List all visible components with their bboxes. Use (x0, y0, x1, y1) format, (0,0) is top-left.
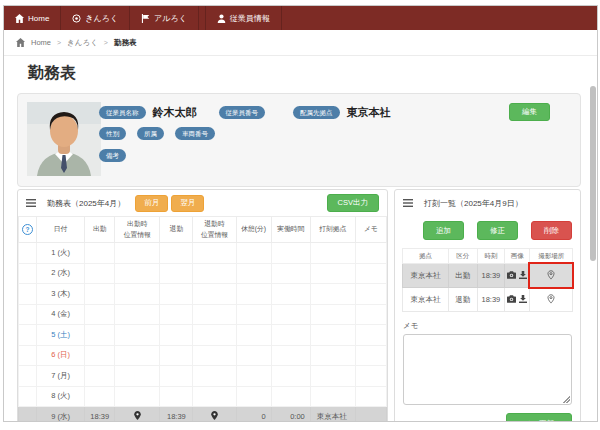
break-minutes-cell (236, 325, 271, 346)
clock-in-location-cell (115, 407, 160, 423)
clock-in-cell (85, 243, 115, 264)
stamp-row[interactable]: 東京本社退勤18:39 (403, 288, 573, 312)
menu-icon[interactable] (26, 199, 36, 207)
clock-out-cell (160, 386, 193, 407)
date-cell: 7 (月) (37, 366, 85, 387)
camera-icon[interactable] (507, 271, 516, 281)
stamp-branch-cell (310, 304, 355, 325)
fix-stamp-button[interactable]: 修正 (477, 221, 518, 240)
memo-cell (355, 304, 386, 325)
next-month-button[interactable]: 翌月 (171, 195, 204, 212)
stamp-branch-cell (310, 386, 355, 407)
top-navbar: Home きんろく アルろく 従業員情報 (4, 6, 597, 30)
scrollbar-thumb[interactable] (590, 86, 596, 261)
timesheet-header-row: ? 日付 出勤 出勤時 位置情報 退勤 退勤時 位置情報 休憩(分) 実働時間 … (19, 217, 387, 243)
row-help-cell (19, 325, 37, 346)
nav-item-label: アルろく (154, 13, 187, 24)
date-cell: 9 (水) (37, 407, 85, 423)
timesheet-row[interactable]: 5 (土) (19, 325, 387, 346)
timesheet-row[interactable]: 1 (火) (19, 243, 387, 264)
download-icon[interactable] (519, 271, 527, 281)
break-minutes-cell (236, 345, 271, 366)
timesheet-row[interactable]: 2 (水) (19, 263, 387, 284)
memo-textarea[interactable] (403, 334, 572, 405)
clock-out-cell (160, 304, 193, 325)
date-cell: 4 (金) (37, 304, 85, 325)
nav-item-employee-info[interactable]: 従業員情報 (205, 6, 282, 30)
date-column-header: 日付 (37, 217, 85, 243)
stamp-branch-cell: 東京本社 (403, 264, 449, 288)
branch-label-badge: 配属先拠点 (293, 106, 340, 119)
csv-export-button[interactable]: CSV出力 (327, 194, 379, 212)
stamp-panel-header: 打刻一覧（2025年4月9日） (395, 190, 580, 216)
clock-in-location-cell (115, 263, 160, 284)
timesheet-row[interactable]: 7 (月) (19, 366, 387, 387)
stamp-branch-cell (310, 243, 355, 264)
menu-icon[interactable] (403, 199, 413, 207)
timesheet-row[interactable]: 6 (日) (19, 345, 387, 366)
stamp-branch-cell (310, 345, 355, 366)
stamp-header-row: 拠点 区分 時刻 画像 撮影場所 (403, 249, 573, 264)
memo-cell (355, 345, 386, 366)
breadcrumb-item-home[interactable]: Home (31, 38, 51, 47)
clock-out-location-cell (193, 366, 236, 387)
timesheet-row[interactable]: 3 (木) (19, 284, 387, 305)
nav-item-home[interactable]: Home (4, 6, 61, 30)
employee-branch-value: 東京本社 (347, 105, 391, 120)
help-icon[interactable]: ? (22, 224, 33, 235)
clock-out-location-cell (193, 325, 236, 346)
break-minutes-cell (236, 386, 271, 407)
stamp-branch-cell (310, 366, 355, 387)
break-minutes-cell (236, 243, 271, 264)
actual-hours-cell (271, 325, 310, 346)
photo-location-cell[interactable] (530, 264, 573, 288)
nav-item-aruroku[interactable]: アルろく (130, 6, 199, 30)
department-label-badge: 所属 (137, 127, 164, 140)
record-icon (72, 14, 81, 23)
download-icon[interactable] (519, 295, 527, 305)
nav-item-label: 従業員情報 (230, 13, 270, 24)
gender-label-badge: 性別 (99, 127, 126, 140)
photo-location-pin-icon[interactable] (547, 273, 555, 282)
break-minutes-cell (236, 366, 271, 387)
location-pin-icon[interactable] (134, 413, 141, 422)
edit-button[interactable]: 編集 (509, 103, 550, 121)
breadcrumb-item-kinroku[interactable]: きんろく (67, 38, 98, 48)
stamp-list-panel: 打刻一覧（2025年4月9日） 追加 修正 削除 拠点 区分 時刻 画像 撮影場… (394, 189, 581, 422)
timesheet-panel: 勤務表（2025年4月） 前月 翌月 CSV出力 ? 日付 出勤 出勤時 位置情… (17, 189, 388, 422)
delete-stamp-button[interactable]: 削除 (531, 221, 572, 240)
nav-item-kinroku[interactable]: きんろく (61, 6, 130, 30)
clock-in-location-cell (115, 345, 160, 366)
date-cell: 2 (水) (37, 263, 85, 284)
breadcrumb-separator: > (57, 39, 61, 46)
location-pin-icon[interactable] (211, 413, 218, 422)
date-cell: 8 (火) (37, 386, 85, 407)
clock-in-cell (85, 345, 115, 366)
stamp-image-cell (504, 288, 530, 312)
prev-month-button[interactable]: 前月 (135, 195, 168, 212)
stamp-branch-cell (310, 263, 355, 284)
clock-out-location-cell (193, 263, 236, 284)
timesheet-row[interactable]: 8 (火) (19, 386, 387, 407)
stamp-image-cell (504, 264, 530, 288)
clock-out-cell (160, 345, 193, 366)
branch-column-header: 拠点 (403, 249, 449, 264)
add-stamp-button[interactable]: 追加 (423, 221, 464, 240)
clock-in-location-cell (115, 366, 160, 387)
photo-location-cell[interactable] (530, 288, 573, 312)
memo-update-button[interactable]: メモ更新 (506, 413, 572, 422)
clock-out-cell: 18:39 (160, 407, 193, 423)
timesheet-row[interactable]: 9 (水)18:3918:3900:00東京本社 (19, 407, 387, 423)
stamp-row[interactable]: 東京本社出勤18:39 (403, 264, 573, 288)
memo-cell (355, 284, 386, 305)
break-minutes-cell (236, 284, 271, 305)
page-frame: Home きんろく アルろく 従業員情報 Home > きんろく > 勤務表 勤… (3, 5, 598, 422)
memo-cell (355, 407, 386, 423)
employee-fields-row3: 備考 (99, 149, 126, 162)
stamp-panel-title: 打刻一覧（2025年4月9日） (424, 198, 523, 209)
photo-location-pin-icon[interactable] (547, 297, 555, 306)
actual-hours-cell (271, 304, 310, 325)
timesheet-row[interactable]: 4 (金) (19, 304, 387, 325)
row-help-cell (19, 263, 37, 284)
camera-icon[interactable] (507, 295, 516, 305)
